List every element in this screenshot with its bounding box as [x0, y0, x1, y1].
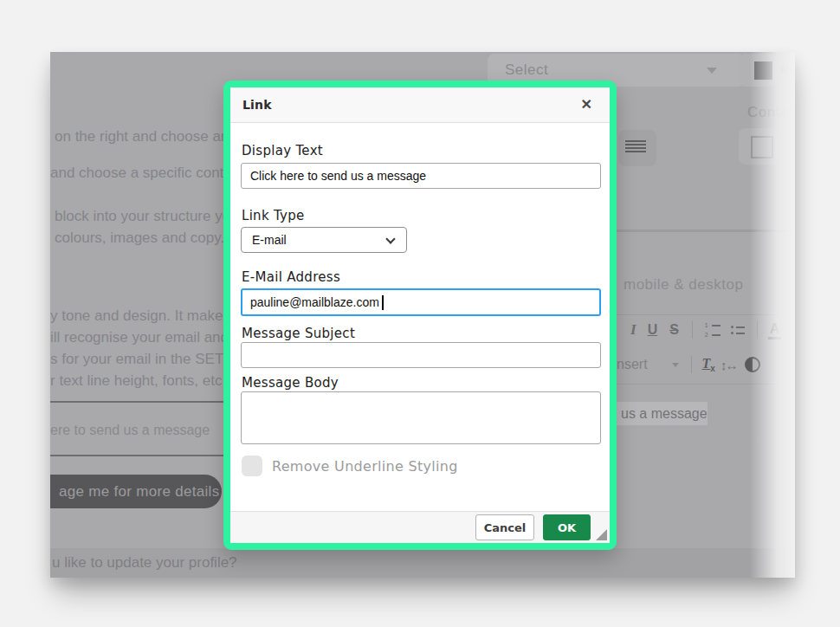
- link-modal-highlight: Link ✕ Display Text Link Type E-mail E-M…: [223, 81, 617, 550]
- pill-button-label: age me for more details: [59, 483, 219, 501]
- line-height-icon[interactable]: ↕↔: [720, 358, 737, 372]
- modal-footer: Cancel OK: [230, 511, 610, 543]
- display-text-input[interactable]: [241, 163, 601, 189]
- message-subject-input[interactable]: [241, 342, 601, 368]
- bg-text-line: and choose a specific conte: [50, 165, 232, 182]
- content-section-label: Conte: [747, 104, 789, 121]
- bg-text-line: block into your structure yo: [55, 208, 230, 225]
- toolbar-divider: [613, 314, 795, 315]
- page: on the right and choose ar and choose a …: [0, 0, 840, 627]
- bg-text-line: ill recognise your email and: [50, 329, 229, 346]
- font-color-icon[interactable]: A: [768, 321, 782, 339]
- hex-hash-symbol: #: [780, 61, 788, 77]
- toolbar-separator: [691, 356, 692, 373]
- resize-handle-icon[interactable]: [596, 529, 607, 540]
- link-type-select[interactable]: E-mail: [241, 227, 407, 253]
- message-body-textarea[interactable]: [241, 391, 601, 444]
- format-toolbar-row1: I U S 1 2 A: [617, 319, 795, 341]
- email-address-input[interactable]: [241, 288, 601, 316]
- modal-header: Link ✕: [230, 87, 610, 123]
- bg-text-line: s for your email in the SET: [50, 351, 223, 368]
- remove-underline-label: Remove Underline Styling: [272, 458, 458, 475]
- link-type-label: Link Type: [242, 208, 305, 223]
- bottom-question-band: u like to update your profile?: [50, 548, 795, 578]
- message-me-pill-button[interactable]: age me for more details: [50, 475, 222, 508]
- chevron-down-icon: [672, 363, 679, 367]
- cancel-button[interactable]: Cancel: [475, 514, 534, 540]
- bg-text-line: y tone and design. It makes: [50, 307, 230, 325]
- message-subject-label: Message Subject: [242, 326, 355, 341]
- remove-underline-row: Remove Underline Styling: [242, 456, 458, 476]
- panel-divider: [613, 229, 795, 232]
- underline-icon[interactable]: U: [642, 322, 664, 338]
- toolbar-separator: [692, 321, 693, 339]
- bg-text-line: on the right and choose ar: [55, 128, 226, 145]
- align-justify-button[interactable]: [618, 130, 656, 166]
- bg-text-line: colours, images and copy.: [55, 229, 224, 247]
- modal-title: Link: [242, 98, 272, 112]
- selected-text-fragment: us a message: [611, 402, 708, 425]
- divider: [50, 401, 225, 403]
- insert-dropdown[interactable]: nsert: [617, 357, 648, 372]
- color-swatch: [754, 61, 772, 80]
- ok-button[interactable]: OK: [543, 514, 591, 540]
- bottom-question-text: u like to update your profile?: [52, 554, 237, 572]
- divider: [50, 455, 225, 456]
- toolbar-separator: [757, 321, 758, 339]
- italic-icon[interactable]: I: [617, 321, 642, 339]
- chevron-down-icon: [707, 68, 717, 74]
- square-outline-icon: [751, 136, 773, 158]
- block-outline-button[interactable]: [739, 128, 778, 165]
- close-icon[interactable]: ✕: [581, 98, 592, 112]
- display-text-label: Display Text: [242, 143, 323, 158]
- link-modal: Link ✕ Display Text Link Type E-mail E-M…: [230, 87, 610, 543]
- text-cursor: [382, 295, 384, 310]
- message-body-label: Message Body: [242, 375, 339, 391]
- chevron-down-icon: [385, 234, 395, 243]
- contrast-icon[interactable]: [745, 357, 760, 372]
- visibility-label: mobile & desktop: [624, 276, 743, 294]
- bg-text-line: r text line height, fonts, etc.: [50, 372, 226, 390]
- align-justify-icon: [625, 140, 646, 154]
- email-address-label: E-Mail Address: [242, 269, 340, 285]
- toolbar-divider: [613, 384, 795, 385]
- unordered-list-icon[interactable]: [731, 326, 745, 334]
- format-toolbar-row2: nsert Tx ↕↔: [617, 353, 795, 376]
- bg-link-preview: ere to send us a message: [50, 423, 210, 438]
- email-field-wrap: [241, 288, 601, 316]
- link-type-value: E-mail: [252, 233, 287, 247]
- clear-formatting-icon[interactable]: Tx: [702, 356, 715, 373]
- color-swatch-tile[interactable]: [739, 54, 777, 87]
- ordered-list-icon[interactable]: 1 2: [705, 322, 720, 338]
- remove-underline-checkbox[interactable]: [242, 456, 262, 476]
- select-placeholder: Select: [505, 61, 548, 79]
- strikethrough-icon[interactable]: S: [663, 322, 685, 338]
